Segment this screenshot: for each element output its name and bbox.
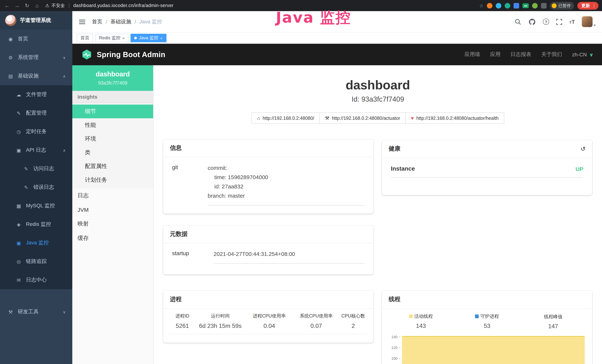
tag-java-monitor[interactable]: Java 监控 × bbox=[131, 34, 166, 42]
sidebar-item-infrastructure[interactable]: ▤ 基础设施 ∧ bbox=[0, 67, 72, 85]
instance-actuator-link[interactable]: ⚒ http://192.168.0.2:48080/actuator bbox=[320, 112, 406, 124]
sba-item-scheduled-tasks[interactable]: 计划任务 bbox=[72, 173, 153, 187]
health-instance-row[interactable]: Instance UP bbox=[391, 165, 583, 178]
sba-logo-icon bbox=[81, 49, 92, 60]
sidebar-item-access-logs[interactable]: ✎ 访问日志 bbox=[0, 160, 72, 178]
extension-icon-grid[interactable] bbox=[514, 3, 519, 8]
metadata-card: 元数据 startup 2021-04-27T00:44:31.254+08:0… bbox=[163, 225, 373, 274]
app-logo[interactable]: 芋道管理系统 bbox=[0, 11, 72, 30]
extension-icon-teal[interactable] bbox=[505, 3, 510, 8]
sba-item-details[interactable]: 细节 bbox=[72, 105, 153, 118]
search-icon[interactable] bbox=[515, 18, 521, 25]
tag-label: Redis 监控 bbox=[99, 35, 120, 41]
sba-item-caches[interactable]: 缓存 bbox=[72, 231, 153, 246]
process-col-uptime: 运行时间 bbox=[196, 313, 244, 319]
back-icon[interactable]: ← bbox=[4, 3, 10, 9]
sidebar-item-label: 访问日志 bbox=[33, 165, 54, 172]
instance-home-link[interactable]: ⌂ http://192.168.0.2:48080/ bbox=[252, 112, 320, 124]
update-button[interactable]: 更新 ⋮ bbox=[577, 2, 599, 10]
admin-topbar: 首页 / 基础设施 / Java 监控 ? bbox=[72, 11, 602, 33]
breadcrumb-separator: / bbox=[135, 19, 136, 25]
sidebar-item-error-logs[interactable]: ✎ 错误日志 bbox=[0, 178, 72, 197]
locale-selector[interactable]: zh-CN ∨ bbox=[572, 52, 593, 57]
instance-header[interactable]: dashboard 93a3fc7f7409 bbox=[72, 65, 153, 91]
git-branch-line: branch: master bbox=[208, 191, 365, 200]
y-axis-tick: 120 bbox=[388, 346, 400, 350]
sba-item-jvm[interactable]: JVM bbox=[72, 203, 153, 217]
sidebar-item-scheduled-jobs[interactable]: ◷ 定时任务 bbox=[0, 122, 72, 141]
sba-nav-applications[interactable]: 应用 bbox=[490, 51, 501, 58]
url-text[interactable]: dashboard.yudao.iocoder.cn/infra/admin-s… bbox=[74, 3, 174, 8]
sidebar-item-trace[interactable]: ◎ 链路追踪 bbox=[0, 252, 72, 271]
breadcrumb-infrastructure[interactable]: 基础设施 bbox=[110, 18, 131, 25]
sidebar-item-api-logs[interactable]: ▣ API 日志 ∧ bbox=[0, 141, 72, 160]
paused-badge[interactable]: 已暂停 bbox=[550, 2, 574, 10]
sba-item-performance[interactable]: 性能 bbox=[72, 118, 153, 132]
sba-nav-wallboard[interactable]: 应用墙 bbox=[465, 51, 480, 58]
font-size-icon[interactable]: TT bbox=[569, 19, 575, 24]
sidebar-item-label: 日志中心 bbox=[26, 277, 47, 283]
reload-icon[interactable]: ↻ bbox=[24, 3, 30, 9]
layers-icon: ◈ bbox=[16, 222, 22, 227]
tag-label: 首页 bbox=[80, 35, 89, 41]
fullscreen-icon[interactable] bbox=[556, 19, 562, 25]
security-label[interactable]: 不安全 bbox=[52, 2, 65, 9]
sidebar-item-home[interactable]: ◉ 首页 bbox=[0, 30, 72, 48]
home-icon[interactable]: ⌂ bbox=[34, 3, 40, 9]
mail-icon: ✉ bbox=[16, 277, 22, 283]
git-commit-line: commit: bbox=[208, 163, 365, 172]
threads-chart: 140 120 100 bbox=[388, 335, 586, 364]
clock-icon: ◷ bbox=[16, 129, 22, 134]
forward-icon[interactable]: → bbox=[14, 3, 20, 9]
warning-icon: ⚠ bbox=[45, 3, 49, 8]
extensions-puzzle-icon[interactable] bbox=[541, 3, 547, 8]
close-icon[interactable]: × bbox=[160, 36, 163, 40]
close-icon[interactable]: × bbox=[122, 36, 125, 40]
process-cores-value: 2 bbox=[338, 323, 368, 329]
sba-item-classes[interactable]: 类 bbox=[72, 146, 153, 160]
infrastructure-icon: ▤ bbox=[7, 73, 14, 79]
sba-item-config-props[interactable]: 配置属性 bbox=[72, 160, 153, 173]
sba-item-mappings[interactable]: 映射 bbox=[72, 217, 153, 231]
user-menu[interactable]: ▾ bbox=[582, 16, 595, 27]
extension-icon-on-switch[interactable]: on bbox=[522, 3, 529, 8]
sidebar-item-redis-monitor[interactable]: ◈ Redis 监控 bbox=[0, 215, 72, 234]
sidebar-item-label: 文件管理 bbox=[26, 91, 47, 98]
breadcrumb-home[interactable]: 首页 bbox=[92, 18, 102, 25]
bookmark-star-icon[interactable]: ☆ bbox=[479, 3, 484, 8]
tag-redis-monitor[interactable]: Redis 监控 × bbox=[95, 34, 129, 42]
process-col-syscpu: 系统CPU使用率 bbox=[294, 313, 338, 319]
address-bar[interactable]: ⚠ 不安全 dashboard.yudao.iocoder.cn/infra/a… bbox=[45, 2, 173, 9]
process-card: 进程 进程ID 5261 运行时间 bbox=[163, 291, 373, 343]
sidebar-item-log-center[interactable]: ✉ 日志中心 bbox=[0, 271, 72, 289]
sidebar-item-system-mgmt[interactable]: ⚙ 系统管理 ∨ bbox=[0, 48, 72, 67]
breadcrumb-current: Java 监控 bbox=[140, 18, 162, 25]
extension-icon-orange[interactable] bbox=[487, 3, 493, 8]
sidebar-item-config-mgmt[interactable]: ✎ 配置管理 bbox=[0, 104, 72, 122]
avatar bbox=[582, 16, 593, 27]
sidebar-item-file-mgmt[interactable]: ☁ 文件管理 bbox=[0, 85, 72, 104]
sidebar-item-mysql-monitor[interactable]: ▦ MySQL 监控 bbox=[0, 197, 72, 215]
instance-health-link[interactable]: ♥ http://192.168.0.2:48080/actuator/heal… bbox=[406, 112, 504, 124]
hamburger-icon[interactable] bbox=[79, 20, 85, 24]
sba-title: Spring Boot Admin bbox=[97, 50, 165, 59]
monitor-icon: ▣ bbox=[16, 240, 22, 246]
sba-nav-about[interactable]: 关于我们 bbox=[541, 51, 562, 58]
health-card-body: Instance UP bbox=[382, 158, 592, 178]
sba-brand[interactable]: Spring Boot Admin bbox=[81, 49, 165, 60]
tag-home[interactable]: 首页 bbox=[77, 34, 93, 42]
help-icon[interactable]: ? bbox=[543, 19, 549, 25]
sba-item-logs[interactable]: 日志 bbox=[72, 188, 153, 203]
extension-icon-blue-drop[interactable] bbox=[496, 3, 501, 8]
browser-menu-icon[interactable]: ⋮ bbox=[592, 3, 596, 8]
sidebar-item-dev-tools[interactable]: ⚒ 研发工具 ∨ bbox=[0, 303, 72, 321]
extension-icon-leaf[interactable] bbox=[532, 3, 538, 8]
cloud-icon: ☁ bbox=[16, 92, 22, 97]
sidebar-item-java-monitor[interactable]: ▣ Java 监控 bbox=[0, 234, 72, 252]
daemon-threads-value: 53 bbox=[454, 323, 520, 329]
sba-item-environment[interactable]: 环境 bbox=[72, 132, 153, 146]
sba-nav-journal[interactable]: 日志报表 bbox=[511, 51, 531, 58]
history-icon[interactable]: ↺ bbox=[580, 145, 585, 152]
info-card-body: git commit: time: 1596289704000 id: 27aa… bbox=[163, 157, 373, 212]
github-icon[interactable] bbox=[528, 18, 536, 25]
